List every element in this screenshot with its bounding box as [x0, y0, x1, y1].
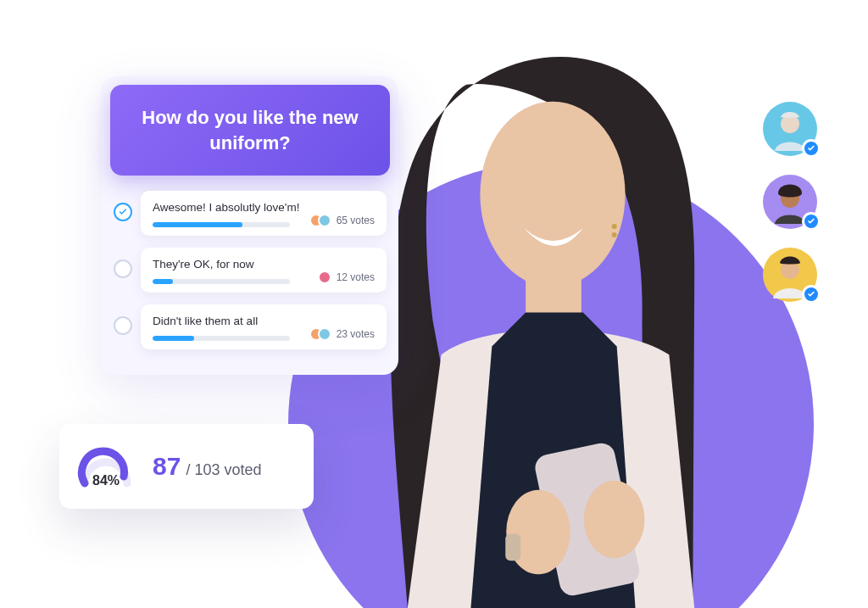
- radio-selected[interactable]: [114, 203, 132, 221]
- svg-point-4: [584, 481, 645, 559]
- vote-bar: [153, 279, 290, 284]
- poll-option-label: Awesome! I absolutly love'm!: [153, 201, 375, 214]
- radio-unselected[interactable]: [114, 259, 132, 278]
- poll-option-card: They're OK, for now 12 votes: [141, 248, 387, 293]
- check-badge-icon: [802, 285, 821, 304]
- radio-unselected[interactable]: [114, 316, 132, 335]
- respondent-avatar: [763, 175, 817, 229]
- voter-avatars: [309, 327, 331, 341]
- vote-bar: [153, 222, 290, 227]
- gauge-percent: 84%: [76, 473, 136, 488]
- votes-block: 23 votes: [309, 327, 375, 341]
- poll-question: How do you like the new uniform?: [110, 85, 390, 176]
- poll-option-card: Didn't like them at all 23 votes: [141, 304, 387, 349]
- svg-point-3: [506, 490, 570, 575]
- poll-option-card: Awesome! I absolutly love'm! 65 votes: [141, 191, 387, 236]
- svg-point-5: [612, 224, 617, 229]
- svg-point-0: [480, 102, 625, 287]
- respondent-avatar: [763, 102, 817, 156]
- voted-count: 87: [153, 452, 181, 481]
- poll-option-label: Didn't like them at all: [153, 315, 375, 327]
- hero-person-illustration: [356, 51, 746, 608]
- svg-rect-7: [505, 533, 520, 561]
- votes-text: 12 votes: [337, 271, 375, 283]
- poll-option[interactable]: Awesome! I absolutly love'm! 65 votes: [102, 191, 398, 248]
- avatar: [318, 271, 331, 284]
- avatar: [318, 327, 331, 341]
- vote-bar-fill: [153, 336, 194, 341]
- voter-avatars: [318, 271, 331, 284]
- vote-bar: [153, 336, 290, 341]
- vote-bar-fill: [153, 279, 173, 284]
- voter-avatars: [309, 214, 331, 227]
- votes-text: 23 votes: [337, 328, 375, 340]
- stats-card: 84% 87 / 103 voted: [59, 424, 314, 509]
- votes-text: 65 votes: [337, 215, 375, 226]
- stats-text: 87 / 103 voted: [153, 452, 261, 481]
- check-badge-icon: [802, 139, 821, 158]
- poll-card: How do you like the new uniform? Awesome…: [102, 76, 398, 375]
- vote-bar-fill: [153, 222, 242, 227]
- respondent-avatars: [763, 102, 817, 302]
- voted-total: / 103 voted: [186, 461, 261, 479]
- votes-block: 65 votes: [309, 214, 375, 227]
- check-badge-icon: [802, 212, 821, 231]
- poll-option-label: They're OK, for now: [153, 258, 375, 271]
- poll-option[interactable]: They're OK, for now 12 votes: [102, 248, 398, 304]
- respondent-avatar: [763, 248, 817, 302]
- gauge: 84%: [76, 441, 136, 492]
- svg-point-6: [612, 232, 617, 237]
- poll-option[interactable]: Didn't like them at all 23 votes: [102, 304, 398, 361]
- votes-block: 12 votes: [318, 271, 375, 284]
- avatar: [318, 214, 331, 227]
